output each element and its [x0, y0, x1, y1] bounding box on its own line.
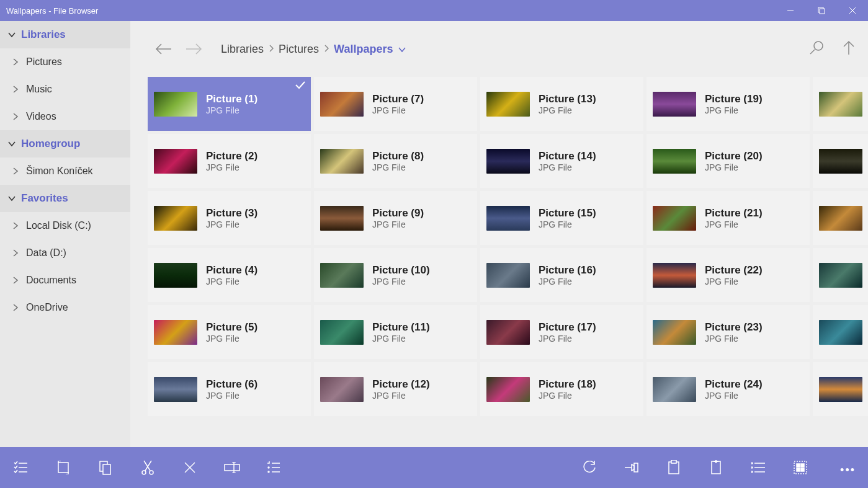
file-name: Picture (24)	[705, 378, 763, 391]
file-name: Picture (1)	[206, 93, 257, 105]
sidebar-item[interactable]: OneDrive	[0, 294, 130, 321]
file-card[interactable]: Picture (10)JPG File	[314, 248, 477, 302]
sidebar-item[interactable]: Šimon Koníček	[0, 157, 130, 185]
rename-button[interactable]	[223, 459, 241, 476]
file-name: Picture (22)	[705, 264, 763, 277]
forward-button[interactable]	[185, 40, 202, 58]
refresh-button[interactable]	[581, 459, 598, 476]
file-card[interactable]: Picture (7)JPG File	[314, 77, 477, 131]
properties-button[interactable]	[266, 459, 283, 476]
file-card[interactable]: Picture (5)JPG File	[148, 305, 311, 359]
sidebar-section-favorites[interactable]: Favorites	[0, 185, 130, 212]
sidebar-item[interactable]: Documents	[0, 267, 130, 294]
select-all-button[interactable]	[12, 459, 30, 476]
svg-rect-32	[634, 463, 638, 472]
grid-view-button[interactable]	[792, 459, 809, 476]
file-card[interactable]: Picture (6)JPG File	[148, 362, 311, 416]
sidebar-item[interactable]: Data (D:)	[0, 239, 130, 267]
file-card[interactable]: Picture (12)JPG File	[314, 362, 477, 416]
maximize-button[interactable]	[806, 0, 837, 21]
sidebar-section-libraries[interactable]: Libraries	[0, 21, 130, 48]
file-card[interactable]: Picture (15)JPG File	[480, 191, 643, 245]
cut-button[interactable]	[139, 459, 156, 476]
file-card[interactable]: Picture (30)JPG File	[813, 362, 868, 416]
sidebar-item[interactable]: Music	[0, 76, 130, 103]
breadcrumb-dropdown-icon[interactable]	[398, 43, 406, 56]
file-type: JPG File	[539, 220, 596, 229]
file-type: JPG File	[539, 162, 596, 172]
svg-point-29	[268, 467, 269, 468]
file-card[interactable]: Picture (8)JPG File	[314, 134, 477, 188]
chevron-right-icon	[269, 44, 274, 54]
file-card[interactable]: Picture (13)JPG File	[480, 77, 643, 131]
file-thumbnail	[320, 320, 364, 345]
file-name: Picture (8)	[372, 150, 424, 162]
file-card[interactable]: Picture (11)JPG File	[314, 305, 477, 359]
breadcrumb-item[interactable]: Libraries	[221, 43, 264, 56]
file-card[interactable]: Picture (14)JPG File	[480, 134, 643, 188]
svg-point-30	[268, 471, 269, 472]
file-type: JPG File	[372, 162, 424, 172]
file-name: Picture (10)	[372, 264, 430, 277]
file-card[interactable]: Picture (4)JPG File	[148, 248, 311, 302]
up-button[interactable]	[842, 40, 856, 58]
file-card[interactable]: Picture (24)JPG File	[647, 362, 810, 416]
file-thumbnail	[819, 263, 862, 288]
back-button[interactable]	[155, 40, 172, 58]
file-card[interactable]: Picture (25)JPG File	[813, 77, 868, 131]
file-name: Picture (7)	[372, 93, 424, 105]
breadcrumb-item[interactable]: Pictures	[279, 43, 319, 56]
svg-line-16	[144, 461, 150, 471]
file-name: Picture (16)	[539, 264, 596, 277]
minimize-button[interactable]	[775, 0, 806, 21]
file-grid: Picture (1)JPG FilePicture (2)JPG FilePi…	[148, 77, 868, 424]
file-name: Picture (14)	[539, 150, 596, 162]
copy-button[interactable]	[97, 459, 114, 476]
file-card[interactable]: Picture (23)JPG File	[647, 305, 810, 359]
file-thumbnail	[653, 377, 696, 402]
file-card[interactable]: Picture (21)JPG File	[647, 191, 810, 245]
file-card[interactable]: Picture (19)JPG File	[647, 77, 810, 131]
file-card[interactable]: Picture (2)JPG File	[148, 134, 311, 188]
list-view-button[interactable]	[749, 459, 767, 476]
file-card[interactable]: Picture (28)JPG File	[813, 248, 868, 302]
sidebar-item[interactable]: Pictures	[0, 48, 130, 76]
file-card[interactable]: Picture (27)JPG File	[813, 191, 868, 245]
file-card[interactable]: Picture (3)JPG File	[148, 191, 311, 245]
file-card[interactable]: Picture (22)JPG File	[647, 248, 810, 302]
sidebar-section-homegroup[interactable]: Homegroup	[0, 130, 130, 157]
breadcrumb-item[interactable]: Wallpapers	[334, 43, 393, 56]
file-type: JPG File	[705, 105, 763, 115]
paste-button[interactable]	[665, 459, 682, 476]
close-button[interactable]	[837, 0, 868, 21]
new-folder-button[interactable]	[707, 459, 725, 476]
check-icon	[295, 81, 306, 92]
pin-button[interactable]	[623, 459, 640, 476]
sidebar-item[interactable]: Videos	[0, 103, 130, 130]
file-card[interactable]: Picture (17)JPG File	[480, 305, 643, 359]
file-name: Picture (4)	[206, 264, 257, 277]
file-type: JPG File	[372, 277, 430, 286]
search-button[interactable]	[808, 40, 825, 58]
breadcrumb: LibrariesPicturesWallpapers	[221, 43, 406, 56]
more-button[interactable]: •••	[840, 464, 856, 477]
file-card[interactable]: Picture (20)JPG File	[647, 134, 810, 188]
file-card[interactable]: Picture (1)JPG File	[148, 77, 311, 131]
file-card[interactable]: Picture (26)JPG File	[813, 134, 868, 188]
delete-button[interactable]	[181, 459, 199, 476]
file-name: Picture (13)	[539, 93, 596, 105]
file-name: Picture (23)	[705, 321, 763, 334]
file-thumbnail	[653, 206, 696, 231]
file-thumbnail	[154, 377, 197, 402]
file-thumbnail	[154, 92, 197, 117]
file-card[interactable]: Picture (16)JPG File	[480, 248, 643, 302]
file-thumbnail	[486, 149, 530, 174]
file-type: JPG File	[206, 162, 257, 172]
svg-rect-34	[671, 460, 676, 463]
sidebar-item[interactable]: Local Disk (C:)	[0, 212, 130, 239]
share-button[interactable]	[55, 459, 72, 476]
file-card[interactable]: Picture (18)JPG File	[480, 362, 643, 416]
file-thumbnail	[154, 206, 197, 231]
file-card[interactable]: Picture (29)JPG File	[813, 305, 868, 359]
file-card[interactable]: Picture (9)JPG File	[314, 191, 477, 245]
